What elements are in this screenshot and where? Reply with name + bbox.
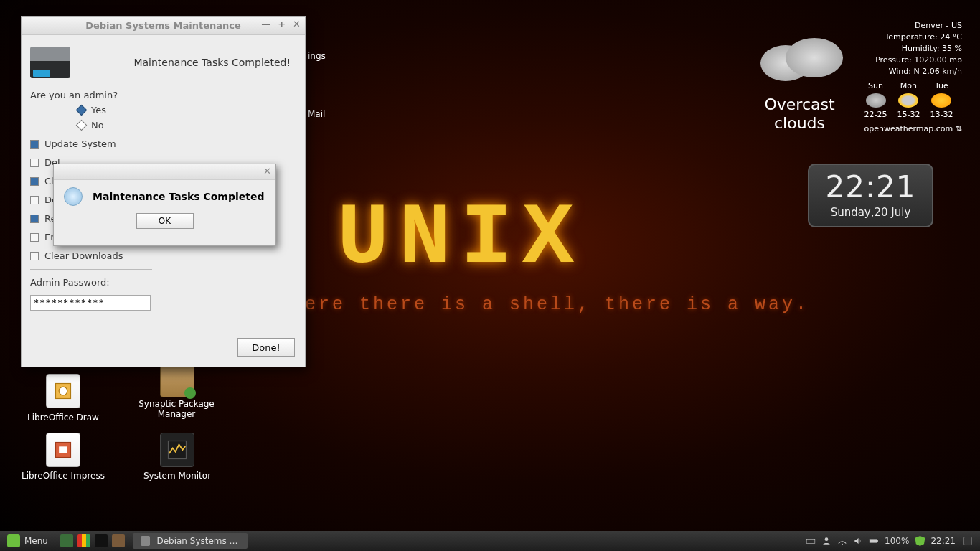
radio-yes-label: Yes	[91, 105, 106, 116]
svg-rect-10	[870, 540, 877, 542]
cloud-icon	[753, 31, 847, 88]
svg-point-1	[59, 387, 67, 395]
done-button[interactable]: Done!	[237, 338, 295, 357]
checkbox-icon	[30, 233, 39, 242]
clock-date: Sunday,20 July	[818, 206, 923, 219]
weather-temp: Temperature: 24 °C	[864, 32, 962, 43]
checkbox-icon	[30, 140, 39, 149]
battery-icon[interactable]	[869, 536, 879, 546]
libreoffice-impress-icon[interactable]	[46, 433, 80, 467]
libreoffice-draw-label: LibreOffice Draw	[22, 413, 105, 423]
radio-no[interactable]: No	[77, 120, 296, 131]
radio-yes[interactable]: Yes	[77, 105, 296, 116]
svg-rect-5	[806, 540, 815, 544]
libreoffice-impress-label: LibreOffice Impress	[13, 471, 113, 481]
dialog-close-icon[interactable]: ✕	[263, 166, 271, 176]
dialog-titlebar[interactable]: ✕	[54, 164, 275, 180]
fc-range-tue: 13-32	[930, 110, 953, 119]
weather-humidity: Humidity: 35 %	[864, 43, 962, 55]
menu-label: Menu	[24, 536, 48, 546]
weather-wind: Wind: N 2.06 km/h	[864, 66, 962, 77]
check-clear-downloads[interactable]: Clear Downloads	[30, 250, 296, 261]
ok-button[interactable]: OK	[136, 213, 194, 229]
fc-range-mon: 15-32	[897, 110, 920, 119]
libreoffice-draw-icon[interactable]	[46, 374, 80, 408]
weather-pressure: Pressure: 1020.00 mb	[864, 55, 962, 66]
radio-icon	[76, 120, 88, 131]
forecast-row: Sun22-25 Mon15-32 Tue13-32	[864, 80, 962, 121]
weather-condition: Overcast clouds	[750, 95, 850, 133]
password-input[interactable]	[30, 295, 151, 311]
tray-end-icon[interactable]	[963, 537, 972, 545]
task-label: Debian Systems M...	[156, 536, 242, 546]
taskbar: Menu Debian Systems M... 100% 22:21	[0, 531, 980, 551]
dialog-message: Maintenance Tasks Completed	[93, 191, 264, 202]
fc-day-mon: Mon	[900, 81, 917, 90]
fc-range-sun: 22-25	[864, 110, 887, 119]
svg-rect-3	[59, 446, 67, 453]
checkbox-icon	[30, 252, 39, 260]
system-monitor-label: System Monitor	[138, 471, 216, 481]
admin-question: Are you an admin?	[30, 90, 296, 100]
user-icon[interactable]	[821, 536, 831, 546]
fc-icon-tue	[931, 93, 951, 108]
checkbox-icon	[30, 215, 39, 223]
hidden-label-settings: ings	[308, 51, 326, 61]
system-monitor-icon[interactable]	[160, 433, 194, 467]
synaptic-icon[interactable]	[160, 363, 194, 397]
network-icon[interactable]	[837, 536, 847, 546]
terminal-icon[interactable]	[95, 534, 108, 547]
clock-widget: 22:21 Sunday,20 July	[808, 164, 933, 227]
keyboard-icon[interactable]	[806, 536, 816, 546]
close-button[interactable]: ✕	[293, 19, 301, 29]
files-icon[interactable]	[112, 534, 125, 547]
radio-icon-selected	[76, 105, 88, 116]
check-label: Clear Downloads	[44, 250, 123, 261]
svg-rect-9	[877, 540, 878, 542]
radio-no-label: No	[91, 120, 104, 131]
system-tray: 100% 22:21	[806, 536, 980, 546]
disk-icon	[30, 47, 70, 78]
taskbar-clock[interactable]: 22:21	[930, 536, 956, 546]
fc-icon-sun	[866, 93, 886, 108]
check-update-system[interactable]: Update System	[30, 138, 296, 149]
weather-location: Denver - US	[864, 20, 962, 32]
checkbox-icon	[30, 177, 39, 186]
clock-time: 22:21	[818, 169, 923, 204]
menu-button[interactable]: Menu	[0, 531, 55, 551]
battery-percent: 100%	[885, 536, 909, 546]
completion-dialog: ✕ Maintenance Tasks Completed OK	[53, 164, 276, 246]
show-desktop-icon[interactable]	[60, 534, 73, 547]
check-label: Update System	[44, 138, 116, 149]
minimize-button[interactable]: —	[261, 19, 270, 29]
synaptic-label: Synaptic Package Manager	[131, 399, 222, 419]
task-window-icon	[141, 536, 150, 546]
divider	[30, 269, 152, 270]
weather-attribution[interactable]: openweathermap.com ⇅	[864, 123, 962, 135]
window-title: Debian Systems Maintenance	[85, 20, 241, 31]
chrome-icon[interactable]	[77, 534, 90, 547]
taskbar-item-maintenance[interactable]: Debian Systems M...	[133, 533, 248, 549]
wallpaper-subtitle: ere there is a shell, there is a way.	[305, 294, 809, 315]
wallpaper-title: UNIX	[337, 190, 584, 288]
svg-point-7	[842, 544, 843, 545]
volume-icon[interactable]	[853, 536, 863, 546]
fc-icon-mon	[898, 93, 918, 108]
checkbox-icon	[30, 196, 39, 204]
quicklaunch	[55, 534, 127, 547]
mint-logo-icon	[7, 534, 20, 547]
weather-widget: Overcast clouds Denver - US Temperature:…	[864, 20, 962, 135]
fc-day-tue: Tue	[935, 81, 948, 90]
password-label: Admin Password:	[30, 277, 296, 288]
maximize-button[interactable]: +	[278, 19, 286, 29]
checkbox-icon	[30, 159, 39, 167]
fc-day-sun: Sun	[868, 81, 883, 90]
shield-icon[interactable]	[915, 536, 925, 546]
svg-point-6	[825, 537, 829, 541]
hidden-label-mail: Mail	[308, 109, 325, 119]
window-titlebar[interactable]: Debian Systems Maintenance — + ✕	[22, 17, 305, 35]
hero-text: Maintenance Tasks Completed!	[133, 57, 291, 68]
lightbulb-icon	[64, 187, 83, 206]
